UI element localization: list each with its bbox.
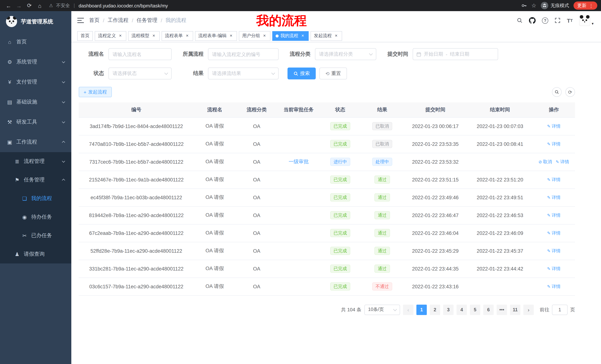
sidebar-toggle-button[interactable] <box>77 18 84 23</box>
browser-home-icon[interactable]: ⌂ <box>35 1 45 10</box>
chevron-up-icon <box>62 179 65 182</box>
sidebar-item-my-process[interactable]: ❏我的流程 <box>0 189 71 208</box>
owner-process-input[interactable] <box>208 48 279 60</box>
tab-close-icon[interactable]: × <box>334 33 339 38</box>
pagination-page[interactable]: 3 <box>443 305 453 315</box>
app-logo[interactable]: 芋道管理系统 <box>0 11 71 32</box>
sidebar-item-done-task[interactable]: ✂已办任务 <box>0 226 71 245</box>
detail-link[interactable]: ✎详情 <box>547 194 561 201</box>
tab-label: 流程模型 <box>131 33 149 39</box>
reset-button[interactable]: ⟲ 重置 <box>320 67 347 79</box>
detail-label: 详情 <box>551 123 561 129</box>
detail-link[interactable]: ✎详情 <box>547 230 561 236</box>
help-icon[interactable]: ? <box>542 17 548 24</box>
tab-close-icon[interactable]: × <box>300 33 305 38</box>
tab-close-icon[interactable]: × <box>229 33 234 38</box>
goto-unit-label: 页 <box>570 306 575 313</box>
tab-close-icon[interactable]: × <box>185 33 190 38</box>
sidebar-item-todo-task[interactable]: ◉待办任务 <box>0 208 71 226</box>
refresh-button[interactable]: ⟳ <box>565 87 575 97</box>
pagination-prev-button[interactable]: ‹ <box>403 305 413 315</box>
pagination-next-button[interactable]: › <box>523 305 534 315</box>
detail-icon: ✎ <box>547 195 551 200</box>
sidebar-item-process-manage[interactable]: ≣流程管理 <box>0 152 71 171</box>
current-task-link[interactable]: 一级审批 <box>289 159 309 164</box>
page-size-select[interactable]: 10条/页 <box>364 305 400 315</box>
tab-close-icon[interactable]: × <box>151 33 156 38</box>
detail-link[interactable]: ✎详情 <box>547 212 561 218</box>
pagination-page[interactable]: 2 <box>430 305 440 315</box>
pagination-pages: 123456•••11 <box>416 305 521 315</box>
sidebar-item-workflow[interactable]: ▣工作流程 <box>0 132 71 152</box>
cell-actions: ✎详情 <box>533 206 575 224</box>
pagination-page[interactable]: 11 <box>510 305 521 315</box>
breadcrumb-separator: / <box>132 18 133 23</box>
detail-link[interactable]: ✎详情 <box>547 141 561 147</box>
pagination-page[interactable]: 4 <box>457 305 467 315</box>
process-name-input[interactable] <box>109 48 172 60</box>
browser-reload-icon[interactable]: ⟳ <box>25 1 34 10</box>
search-icon[interactable] <box>517 18 523 23</box>
pagination-page[interactable]: 6 <box>483 305 494 315</box>
tab-close-icon[interactable]: × <box>118 33 123 38</box>
avatar[interactable] <box>579 15 590 26</box>
github-icon[interactable] <box>529 17 536 24</box>
cancel-label: 取消 <box>543 159 552 165</box>
status-select[interactable]: 请选择状态 <box>109 67 172 79</box>
sidebar-item-gear[interactable]: ⚙系统管理 <box>0 52 71 72</box>
sidebar-item-task-manage[interactable]: ⚑任务管理 <box>0 171 71 189</box>
table-row: ec45f38f-7b9a-11ec-b03b-acde48001122OA 请… <box>79 189 575 206</box>
search-toggle-button[interactable] <box>552 87 562 97</box>
sidebar-item-devtools[interactable]: ⚒研发工具 <box>0 112 71 132</box>
detail-link[interactable]: ✎详情 <box>547 176 561 183</box>
pagination-page[interactable]: 5 <box>470 305 480 315</box>
pagination-page[interactable]: 1 <box>416 305 427 315</box>
detail-link[interactable]: ✎详情 <box>547 283 561 290</box>
user-menu[interactable]: ▾ <box>579 15 594 26</box>
browser-back-icon[interactable]: ← <box>4 1 13 10</box>
bookmark-star-icon[interactable]: ☆ <box>531 2 536 9</box>
pagination-more[interactable]: ••• <box>497 305 507 315</box>
detail-link[interactable]: ✎详情 <box>547 248 561 254</box>
goto-page-input[interactable] <box>552 305 568 315</box>
sidebar-item-leave-query[interactable]: ♟请假查询 <box>0 245 71 263</box>
result-tag: 不通过 <box>372 282 392 290</box>
breadcrumb-workflow[interactable]: 工作流程 <box>108 17 129 24</box>
sidebar-item-home[interactable]: ⌂首页 <box>0 32 71 52</box>
tab[interactable]: 流程表单× <box>161 31 193 41</box>
tab[interactable]: 用户分组× <box>239 31 270 41</box>
tab[interactable]: 发起流程× <box>311 31 342 41</box>
filter-result-label: 结果 <box>180 70 204 77</box>
fullscreen-icon[interactable] <box>555 18 561 23</box>
category-select[interactable]: 请选择流程分类 <box>315 48 376 60</box>
start-process-button[interactable]: + 发起流程 <box>79 87 112 97</box>
breadcrumb-home[interactable]: 首页 <box>89 17 100 24</box>
submit-time-range-picker[interactable]: 开始日期 - 结束日期 <box>413 48 498 60</box>
tab[interactable]: 流程模型× <box>128 31 160 41</box>
browser-update-button[interactable]: 更新 ⋮ <box>573 1 597 10</box>
detail-link[interactable]: ✎详情 <box>556 159 569 165</box>
address-bar[interactable]: ⚠ 不安全 | dashboard.yudao.iocoder.cn/bpm/t… <box>49 2 516 9</box>
browser-menu-icon[interactable]: ⋮ <box>589 3 594 8</box>
tab[interactable]: 流程定义× <box>95 31 126 41</box>
tab-close-icon[interactable]: × <box>262 33 267 38</box>
cancel-link[interactable]: ⊘取消 <box>539 159 552 165</box>
breadcrumb-task-manage[interactable]: 任务管理 <box>137 17 158 24</box>
sidebar-item-label: 研发工具 <box>16 119 37 125</box>
tab[interactable]: 流程表单-编辑× <box>195 31 237 41</box>
tab[interactable]: 我的流程× <box>272 31 309 41</box>
sidebar-item-infrastructure[interactable]: ▤基础设施 <box>0 92 71 112</box>
tab[interactable]: 首页 <box>77 31 93 41</box>
password-key-icon[interactable] <box>521 3 527 9</box>
cell-process-name: OA 请假 <box>194 189 235 206</box>
result-select[interactable]: 请选择流结果 <box>208 67 279 79</box>
detail-link[interactable]: ✎详情 <box>547 266 561 272</box>
cell-actions: ✎详情 <box>533 135 575 153</box>
cell-result: 处理中 <box>361 153 403 171</box>
browser-forward-icon[interactable]: → <box>14 1 24 10</box>
search-button[interactable]: 搜索 <box>288 67 316 79</box>
sidebar-item-payment[interactable]: ¥支付管理 <box>0 72 71 92</box>
cell-current-task <box>278 224 320 242</box>
detail-link[interactable]: ✎详情 <box>547 123 561 129</box>
font-size-icon[interactable]: TT <box>567 17 573 24</box>
